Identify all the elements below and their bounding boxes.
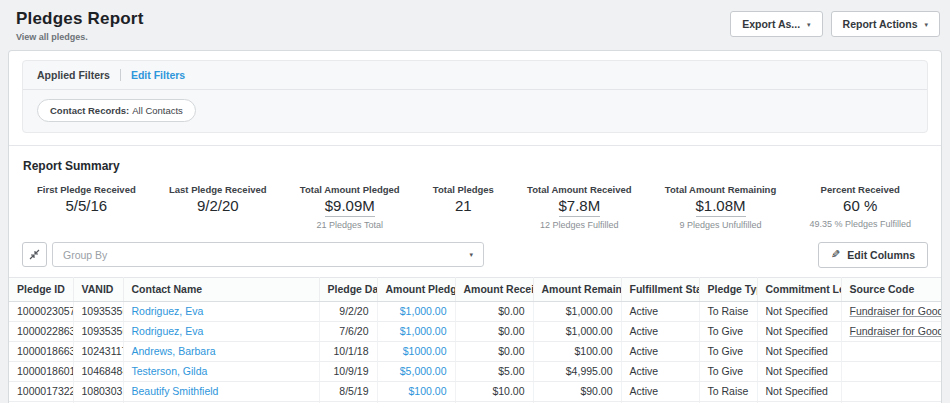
contact-link[interactable]: Rodriguez, Eva xyxy=(132,325,204,337)
pledged-link[interactable]: $5,000.00 xyxy=(400,365,447,377)
stat-value[interactable]: $1.08M xyxy=(696,197,746,217)
table-row: 1000017322108030315Beautify Smithfield8/… xyxy=(9,381,941,401)
column-header-commitment[interactable]: Commitment Level xyxy=(757,277,841,301)
stat-value[interactable]: $7.8M xyxy=(559,197,601,217)
page-title: Pledges Report xyxy=(16,9,144,29)
edit-columns-button[interactable]: ✎ Edit Columns xyxy=(818,242,928,268)
summary-stat: Percent Received60 %49.35 % Pledges Fulf… xyxy=(809,184,911,230)
group-by-select[interactable]: Group By ▾ xyxy=(52,242,484,267)
report-card: Applied Filters Edit Filters Contact Rec… xyxy=(8,50,942,403)
contact-link[interactable]: Beautify Smithfield xyxy=(132,385,219,397)
cell-remaining: $1,000.00 xyxy=(533,321,621,341)
cell-commitment: Not Specified xyxy=(757,341,841,361)
caret-down-icon: ▾ xyxy=(807,21,811,28)
column-header-contact[interactable]: Contact Name xyxy=(123,277,319,301)
cell-source: Fundraiser for Good xyxy=(841,321,941,341)
cell-pledged: $1,000.00 xyxy=(377,301,455,321)
column-header-remaining[interactable]: Amount Remaining xyxy=(533,277,621,301)
summary-stat: Total Amount Remaining$1.08M9 Pledges Un… xyxy=(665,184,776,230)
column-header-vanid[interactable]: VANID xyxy=(73,277,123,301)
table-row: 1000018663102431172Andrews, Barbara10/1/… xyxy=(9,341,941,361)
source-link[interactable]: Fundraiser for Good xyxy=(850,305,942,317)
column-header-received[interactable]: Amount Received xyxy=(455,277,533,301)
cell-type: To Raise xyxy=(699,381,757,401)
cell-commitment: Not Specified xyxy=(757,361,841,381)
cell-date: 10/1/18 xyxy=(319,341,377,361)
filter-chip[interactable]: Contact Records: All Contacts xyxy=(37,99,196,122)
table-header: Pledge IDVANIDContact NamePledge DateAmo… xyxy=(9,277,941,301)
pledged-link[interactable]: $1,000.00 xyxy=(400,325,447,337)
cell-vanid: 104684845 xyxy=(73,361,123,381)
table-row: 1000022863109353564Rodriguez, Eva7/6/20$… xyxy=(9,321,941,341)
column-header-date[interactable]: Pledge Date xyxy=(319,277,377,301)
export-as-button[interactable]: Export As... ▾ xyxy=(730,11,822,37)
stat-label: Total Amount Remaining xyxy=(665,184,776,195)
cell-remaining: $100.00 xyxy=(533,341,621,361)
report-actions-button[interactable]: Report Actions ▾ xyxy=(831,11,940,37)
stat-subtext: 9 Pledges Unfulfilled xyxy=(665,220,776,230)
contact-link[interactable]: Testerson, Gilda xyxy=(132,365,208,377)
stat-label: Total Pledges xyxy=(433,184,494,195)
cell-contact: Rodriguez, Eva xyxy=(123,301,319,321)
column-header-status[interactable]: Fulfillment Status xyxy=(621,277,699,301)
stat-value: 9/2/20 xyxy=(197,197,239,216)
applied-filters-section: Applied Filters Edit Filters Contact Rec… xyxy=(9,51,941,146)
cell-commitment: Not Specified xyxy=(757,321,841,341)
table-toolbar: Group By ▾ ✎ Edit Columns xyxy=(9,242,941,277)
cell-date: 10/9/19 xyxy=(319,361,377,381)
cell-type: To Give xyxy=(699,361,757,381)
cell-pledged: $100.00 xyxy=(377,381,455,401)
cell-received: $0.00 xyxy=(455,301,533,321)
cell-status: Active xyxy=(621,321,699,341)
source-link[interactable]: Fundraiser for Good xyxy=(850,325,942,337)
filter-chip-value: All Contacts xyxy=(132,105,183,116)
cell-remaining: $4,995.00 xyxy=(533,361,621,381)
report-summary-title: Report Summary xyxy=(23,159,927,173)
cell-received: $10.00 xyxy=(455,381,533,401)
cell-source: Fundraiser for Good xyxy=(841,301,941,321)
collapse-groups-button[interactable] xyxy=(22,242,47,267)
cell-id: 1000022863 xyxy=(9,321,73,341)
collapse-diagonal-icon xyxy=(29,249,40,260)
stat-value: 21 xyxy=(455,197,472,216)
cell-status: Active xyxy=(621,341,699,361)
cell-type: To Give xyxy=(699,341,757,361)
cell-date: 8/5/19 xyxy=(319,381,377,401)
page-subtitle: View all pledges. xyxy=(16,32,144,42)
cell-commitment: Not Specified xyxy=(757,381,841,401)
caret-down-icon: ▾ xyxy=(469,251,473,258)
cell-received: $0.00 xyxy=(455,341,533,361)
column-header-pledged[interactable]: Amount Pledged xyxy=(377,277,455,301)
column-header-id[interactable]: Pledge ID xyxy=(9,277,73,301)
caret-down-icon: ▾ xyxy=(924,21,928,28)
cell-vanid: 102431172 xyxy=(73,341,123,361)
column-header-type[interactable]: Pledge Type xyxy=(699,277,757,301)
cell-source xyxy=(841,381,941,401)
stat-value[interactable]: $9.09M xyxy=(325,197,375,217)
stat-value: 60 % xyxy=(843,197,877,216)
stat-label: First Pledge Received xyxy=(37,184,136,195)
contact-link[interactable]: Rodriguez, Eva xyxy=(132,305,204,317)
pledged-link[interactable]: $1,000.00 xyxy=(400,305,447,317)
summary-stats-row: First Pledge Received5/5/16Last Pledge R… xyxy=(23,173,927,230)
applied-filters-header: Applied Filters Edit Filters xyxy=(23,61,927,90)
summary-stat: Last Pledge Received9/2/20 xyxy=(169,184,267,230)
stat-subtext: 49.35 % Pledges Fulfilled xyxy=(809,219,911,229)
cell-contact: Beautify Smithfield xyxy=(123,381,319,401)
cell-id: 1000023057 xyxy=(9,301,73,321)
cell-remaining: $1,000.00 xyxy=(533,301,621,321)
pledged-link[interactable]: $100.00 xyxy=(409,385,447,397)
pledged-link[interactable]: $1000.00 xyxy=(403,345,447,357)
summary-stat: Total Pledges21 xyxy=(433,184,494,230)
cell-id: 1000018663 xyxy=(9,341,73,361)
cell-vanid: 109353564 xyxy=(73,321,123,341)
column-header-source[interactable]: Source Code xyxy=(841,277,941,301)
cell-received: $0.00 xyxy=(455,321,533,341)
edit-filters-link[interactable]: Edit Filters xyxy=(131,69,185,81)
cell-vanid: 109353564 xyxy=(73,301,123,321)
report-summary-section: Report Summary First Pledge Received5/5/… xyxy=(9,146,941,242)
contact-link[interactable]: Andrews, Barbara xyxy=(132,345,216,357)
table-body: 1000023057109353564Rodriguez, Eva9/2/20$… xyxy=(9,301,941,403)
cell-status: Active xyxy=(621,301,699,321)
cell-commitment: Not Specified xyxy=(757,301,841,321)
